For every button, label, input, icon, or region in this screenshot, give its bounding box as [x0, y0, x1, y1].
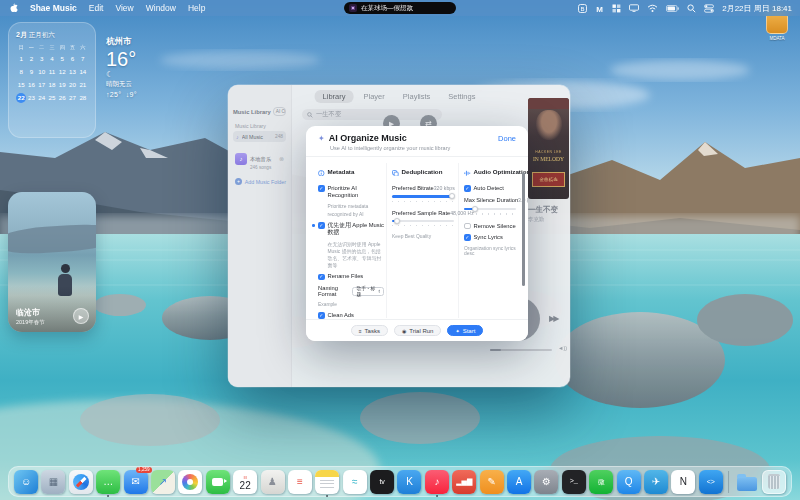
dock-item-apple-tv[interactable]: tv	[370, 470, 394, 494]
dock-item-safari[interactable]	[69, 470, 93, 494]
now-playing-artwork	[349, 4, 357, 12]
menu-item-help[interactable]: Help	[188, 3, 205, 13]
done-button[interactable]: Done	[498, 134, 516, 143]
dock-item-launchpad[interactable]: ▦	[41, 470, 65, 494]
slider-thumb[interactable]	[472, 206, 478, 212]
app-menu-title[interactable]: Shae Music	[30, 3, 77, 13]
input-source-icon[interactable]	[612, 4, 621, 13]
dock-item-music[interactable]: ♪	[425, 470, 449, 494]
control-center-icon[interactable]	[704, 4, 714, 13]
dock-item-messages[interactable]: …	[96, 470, 120, 494]
remove-folder-icon[interactable]: ⊗	[279, 155, 284, 162]
dock-item-facetime[interactable]	[206, 470, 230, 494]
display-icon[interactable]	[629, 4, 639, 12]
menu-item-edit[interactable]: Edit	[89, 3, 104, 13]
slider-track[interactable]	[392, 195, 454, 198]
calendar-day-9: 9	[26, 66, 36, 78]
dock-item-reminders[interactable]: ≡	[288, 470, 312, 494]
dock-item-notes[interactable]	[315, 470, 339, 494]
tab-settings[interactable]: Settings	[440, 90, 483, 103]
start-button[interactable]: ✦Start	[447, 325, 483, 336]
calendar-widget[interactable]: 2月 正月初六 日一二三四五六1234567891011121314151617…	[8, 22, 96, 138]
dock-item-keynote[interactable]: K	[398, 470, 422, 494]
checkbox-clean-ads[interactable]: ✓Clean Ads	[318, 312, 384, 319]
memory-play-button[interactable]: ▶	[73, 308, 89, 324]
album-badge-text: 金曲精选	[532, 172, 565, 187]
slider-track[interactable]	[392, 220, 454, 223]
sidebar-item-local-folder[interactable]: ♪ 本地音乐 246 songs ⊗	[233, 147, 286, 170]
dock-item-contacts[interactable]: ♟	[261, 470, 285, 494]
m-app-icon[interactable]: M	[595, 4, 604, 13]
apple-menu-icon[interactable]	[9, 3, 18, 13]
dock-item-mail[interactable]: ✉1,259	[124, 470, 148, 494]
checkbox-auto-detect[interactable]: ✓Auto Detect	[464, 185, 516, 192]
list-icon: ≡	[359, 328, 362, 334]
dock-item-qq[interactable]: Q	[617, 470, 641, 494]
tab-player[interactable]: Player	[356, 90, 393, 103]
ai-organize-button[interactable]: AI Org...	[273, 107, 286, 116]
dock-item-finder[interactable]: ☺	[14, 470, 38, 494]
calendar-weekday: 四	[57, 43, 67, 52]
menu-bar-clock[interactable]: 2月22日 周日 18:41	[722, 3, 792, 14]
checkbox-icon[interactable]: ✓	[318, 312, 325, 319]
battery-icon[interactable]	[666, 5, 679, 12]
dock-item-pages[interactable]: ✎	[480, 470, 504, 494]
checkbox-优先使用-apple-music-数据[interactable]: ✓优先使用 Apple Music 数据	[318, 222, 384, 236]
slider-track[interactable]	[464, 208, 516, 211]
dock-item-downloads-folder[interactable]	[735, 470, 759, 494]
checkbox-icon[interactable]: ✓	[464, 234, 471, 241]
weather-widget[interactable]: 杭州市 16° ☾ 晴朗无云 ↑25° ↓9°	[106, 36, 192, 98]
slider-thumb[interactable]	[449, 193, 455, 199]
running-indicator-dot	[107, 495, 109, 497]
search-icon[interactable]	[687, 4, 696, 13]
dock-item-wechat[interactable]: 微	[589, 470, 613, 494]
dock-item-photos[interactable]	[178, 470, 202, 494]
checkbox-remove-silence[interactable]: Remove Silence	[464, 223, 516, 230]
downloads-folder-icon	[735, 470, 759, 494]
dock-item-telegram[interactable]: ✈	[644, 470, 668, 494]
dock-item-notion[interactable]: N	[671, 470, 695, 494]
trial-run-button[interactable]: ◉Trial Run	[394, 325, 442, 336]
checkbox-icon[interactable]: ✓	[318, 185, 325, 192]
dock-item-terminal[interactable]: >_	[562, 470, 586, 494]
dock-item-system-settings[interactable]: ⚙	[534, 470, 558, 494]
checkbox-icon[interactable]: ✓	[318, 274, 325, 281]
dock-item-maps[interactable]: ↗	[151, 470, 175, 494]
dock-item-charts[interactable]: ▂▅▇	[452, 470, 476, 494]
tasks-button[interactable]: ≡Tasks	[351, 325, 388, 336]
volume-icon[interactable]: ◄))	[558, 345, 567, 351]
dock-item-trash[interactable]	[762, 470, 786, 494]
tab-library[interactable]: Library	[315, 90, 354, 103]
checkbox-sync-lyrics[interactable]: ✓Sync Lyrics	[464, 234, 516, 241]
checkbox-icon[interactable]: ✓	[318, 222, 325, 229]
dock-item-calendar[interactable]: 日22	[233, 470, 257, 494]
sparkle-icon: ✦	[455, 328, 459, 334]
add-music-folder-button[interactable]: + Add Music Folder	[233, 178, 286, 185]
dock-item-vscode[interactable]: <>	[699, 470, 723, 494]
dialog-scrollbar[interactable]	[522, 172, 525, 286]
slider-ticks	[392, 201, 454, 202]
slider-thumb[interactable]	[394, 218, 400, 224]
checkbox-rename-files[interactable]: ✓Rename Files	[318, 273, 384, 280]
photos-memory-widget[interactable]: 临沧市 2019年春节 ▶	[8, 192, 96, 332]
checkbox-icon[interactable]	[464, 223, 471, 230]
next-track-button[interactable]: ▶▶	[549, 314, 557, 323]
b-app-icon[interactable]: B	[578, 4, 587, 13]
weather-temperature: 16°	[106, 48, 192, 70]
dock-item-app-store[interactable]: A	[507, 470, 531, 494]
wifi-icon[interactable]	[647, 4, 658, 12]
checkbox-prioritize-ai-recognition[interactable]: ✓Prioritize AI Recognition	[318, 185, 384, 199]
menu-item-view[interactable]: View	[115, 3, 133, 13]
sidebar-item-all-music[interactable]: ♪ All Music 248	[233, 131, 286, 142]
dock-item-freeform[interactable]: ≈	[343, 470, 367, 494]
album-art[interactable]: HACKEN LEE IN MELODY 金曲精选	[528, 98, 569, 199]
now-playing-pill[interactable]: 在某球场—假想敌	[344, 2, 456, 14]
freeform-app-icon: ≈	[343, 470, 367, 494]
qq-app-icon: Q	[617, 470, 641, 494]
checkbox-icon[interactable]: ✓	[464, 185, 471, 192]
desktop-icon-mdata[interactable]: MDATA	[764, 12, 790, 41]
menu-item-window[interactable]: Window	[146, 3, 176, 13]
tab-playlists[interactable]: Playlists	[395, 90, 439, 103]
naming-format-select[interactable]: 歌手 - 标题▴▾	[352, 287, 384, 296]
progress-bar[interactable]	[490, 349, 552, 351]
